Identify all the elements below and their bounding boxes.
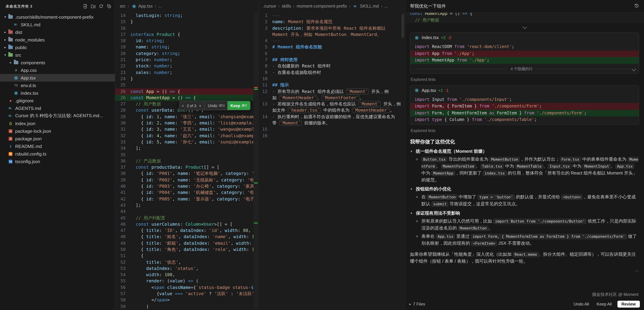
collapse-all-icon[interactable] [107, 4, 112, 9]
refresh-icon[interactable] [99, 4, 104, 9]
chevron-right-icon[interactable]: ▸ [3, 30, 8, 34]
line-number: 1 [258, 13, 272, 19]
code-token: width [233, 234, 246, 239]
skill-md-code-line: 15 [258, 126, 405, 133]
tree-item[interactable]: npackage.json [0, 135, 115, 142]
app-tsx-code-line: 39 { id: 'P002', name: '无线鼠标', category:… [115, 177, 254, 183]
tree-item[interactable]: ▸dist [0, 28, 115, 36]
text-segment: 的默认值，并显式传给 [514, 194, 561, 199]
code-token: Moment 组件命名规范 [288, 19, 332, 24]
new-folder-icon[interactable] [91, 4, 96, 9]
breadcrumb-item[interactable]: src [120, 4, 126, 9]
tree-item[interactable]: npackage-lock.json [0, 127, 115, 135]
tree-item[interactable]: M↓SKILL.md [0, 21, 115, 28]
code-token: id [146, 120, 151, 125]
tree-item[interactable]: ▾.cursor/skills/moment-component-prefix [0, 13, 115, 21]
history-icon[interactable] [634, 3, 639, 10]
diff-card-header[interactable]: index.tsx+2-2 [410, 33, 639, 43]
chevron-right-icon[interactable]: ▸ [3, 46, 8, 49]
code-token: Moment 开头，例如 MomentButton、MomentCard。 [272, 32, 381, 37]
code-text: { id: 5, name: '孙七', email: 'sunqi@examp… [130, 139, 254, 145]
sub-list-item: 所有原来的默认导入仍然可用，比如 import Button from './c… [422, 218, 639, 231]
code-token: , [216, 190, 221, 195]
line-number [258, 107, 272, 114]
line-number: 42 [115, 196, 130, 202]
code-token: // 用户数据 [130, 101, 161, 106]
inline-code: <button> [561, 194, 583, 200]
code-token: id [146, 184, 151, 189]
chevron-right-icon[interactable]: ▸ [3, 38, 8, 42]
breadcrumb-item[interactable]: moment-component-prefix [297, 4, 347, 9]
tree-item[interactable]: ℹREADME.md [0, 142, 115, 150]
review-button[interactable]: Review [617, 301, 640, 307]
code-token [164, 285, 167, 290]
code-text: {value === 'active' ? '活跃' : '未活跃'} [130, 291, 254, 297]
code-token: : [151, 196, 156, 201]
next-diff-button[interactable]: ∨ [197, 104, 203, 107]
code-token: 4 [157, 133, 159, 138]
code-token: ) [130, 303, 149, 309]
code-token: name [136, 44, 146, 50]
editor-app-tsx[interactable]: src›App.tsx›... 14 lastLogin: string;15}… [115, 0, 258, 310]
hidden-lines-expander[interactable]: 4 个隐藏的行 [410, 65, 639, 73]
minimap[interactable] [253, 13, 258, 310]
line-number: 17 [115, 32, 130, 38]
code-token: : [159, 247, 164, 252]
minimap-diff-added-mark [254, 89, 258, 90]
tree-item[interactable]: ◆.gitignore [0, 97, 115, 104]
message-more-button[interactable]: … [410, 267, 639, 272]
keep-button[interactable]: Keep ⌘Y [228, 101, 250, 110]
code-token: width [236, 240, 249, 246]
code-token: - [272, 63, 278, 69]
code-area-app-tsx[interactable]: 14 lastLogin: string;15}1617interface Pr… [115, 13, 254, 310]
text-segment: ，并作为默认导出； [520, 157, 560, 162]
tree-item[interactable]: M↓Cursor 的 5 种指令方法比较: AGENTS.md... [0, 112, 115, 120]
code-token: import [414, 104, 430, 108]
tree-item[interactable]: index.tsx [0, 89, 115, 97]
code-area-skill-md[interactable]: 1---2name: Moment 组件命名规范3description: 要求… [258, 13, 405, 310]
code-token: 2 [157, 120, 159, 125]
code-token: { [130, 234, 146, 239]
tree-item[interactable]: ▾src [0, 51, 115, 59]
file-tree: ▾.cursor/skills/moment-component-prefixM… [0, 13, 115, 165]
tree-item[interactable]: ▸node_modules [0, 36, 115, 44]
expand-diff-button[interactable] [410, 23, 639, 29]
chevron-down-icon[interactable]: ▾ [3, 15, 8, 19]
chevron-down-icon[interactable]: ▾ [3, 53, 8, 57]
tree-item[interactable]: App.tsx [0, 74, 115, 82]
undo-all-button[interactable]: Undo All [572, 301, 591, 307]
line-number: 8 [258, 63, 272, 69]
app-tsx-code-line: 40 { id: 'P003', name: '办公椅', category: … [115, 183, 254, 190]
breadcrumb-item[interactable]: skills [282, 4, 291, 9]
tree-item[interactable]: ▸public [0, 44, 115, 51]
code-token: : ( [162, 278, 170, 283]
code-token: import [414, 58, 430, 63]
code-text: { id: 1, name: '张三', email: 'zhangsan@ex… [130, 114, 254, 120]
chevron-right-icon[interactable]: ▸ [8, 61, 13, 64]
diff-code-line: import Form, { MomentFormItem as FormIte… [410, 110, 639, 116]
breadcrumb-item[interactable]: App.tsx [131, 4, 153, 9]
breadcrumb-item[interactable]: M↓SKILL.md [352, 4, 379, 9]
breadcrumb-item[interactable]: .cursor [263, 4, 276, 9]
code-token: , [216, 177, 221, 182]
tree-item[interactable]: #App.css [0, 66, 115, 74]
scrollbar-thumb[interactable] [402, 14, 404, 38]
keep-all-button[interactable]: Keep All [594, 301, 614, 307]
tree-item[interactable]: M↓AGENTS.md [0, 104, 115, 112]
undo-button[interactable]: Undo ⌘N [205, 103, 227, 108]
breadcrumb-separator: › [155, 4, 156, 9]
new-file-icon[interactable] [83, 4, 88, 9]
tree-item[interactable]: ▸components [0, 59, 115, 66]
diff-card-header[interactable]: App.tsx+1-1 [410, 86, 639, 95]
editor-skill-md[interactable]: .cursor›skills›moment-component-prefix›M… [258, 0, 405, 310]
tree-item[interactable]: {}index.json [0, 120, 115, 127]
text-segment: 、 [436, 163, 441, 169]
files-expander[interactable]: ▸ 7 Files [409, 302, 425, 306]
tree-item[interactable]: TStsconfig.json [0, 158, 115, 165]
previous-diff-button[interactable]: ∧ [180, 104, 186, 107]
tree-item[interactable]: Rrsbuild.config.ts [0, 150, 115, 158]
breadcrumb-item[interactable]: ... [384, 4, 388, 9]
chat-message-area[interactable]: const MomentApp = () => { // 用户数据index.t… [405, 13, 644, 291]
breadcrumb-item[interactable]: ... [158, 4, 162, 9]
tree-item[interactable]: TSenv.d.ts [0, 82, 115, 89]
